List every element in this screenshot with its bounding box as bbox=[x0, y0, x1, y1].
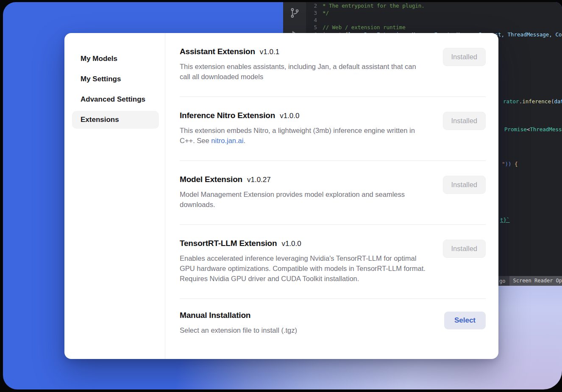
code-empty-line bbox=[317, 17, 323, 24]
extension-version: v1.0.0 bbox=[280, 112, 299, 120]
extension-version: v1.0.1 bbox=[260, 48, 279, 56]
extension-row-model: Model Extension v1.0.27 Model Management… bbox=[180, 161, 486, 225]
nitro-jan-ai-link[interactable]: nitro.jan.ai bbox=[211, 137, 243, 144]
sidebar-item-my-models[interactable]: My Models bbox=[72, 50, 159, 68]
extension-row-tensorrt: TensortRT-LLM Extension v1.0.0 Enables a… bbox=[180, 225, 486, 299]
extension-name: TensortRT-LLM Extension bbox=[180, 239, 277, 248]
extension-description: Enables accelerated inference leveraging… bbox=[180, 253, 426, 284]
settings-modal: My Models My Settings Advanced Settings … bbox=[64, 33, 498, 359]
extension-description: This extension enables assistants, inclu… bbox=[180, 61, 426, 82]
code-line: 4 bbox=[306, 17, 562, 24]
extensions-list: Assistant Extension v1.0.1 This extensio… bbox=[165, 33, 498, 359]
code-fragment: ")) { bbox=[502, 161, 518, 167]
status-bar-text: go bbox=[499, 278, 505, 284]
extension-version: v1.0.0 bbox=[281, 240, 301, 248]
line-number: 3 bbox=[306, 9, 317, 17]
manual-installation-description: Select an extension file to install (.tg… bbox=[180, 325, 297, 335]
manual-installation-row: Manual Installation Select an extension … bbox=[180, 299, 486, 350]
settings-sidebar: My Models My Settings Advanced Settings … bbox=[64, 33, 165, 359]
code-line: 2 * The entrypoint for the plugin. bbox=[306, 2, 562, 9]
extension-description: Model Management Extension provides mode… bbox=[180, 189, 426, 210]
extension-description: This extension embeds Nitro, a lightweig… bbox=[180, 125, 426, 146]
installed-button[interactable]: Installed bbox=[443, 240, 486, 258]
sidebar-item-extensions[interactable]: Extensions bbox=[72, 111, 159, 129]
screen-reader-badge[interactable]: Screen Reader Optimize bbox=[509, 276, 562, 286]
sidebar-item-advanced-settings[interactable]: Advanced Settings bbox=[72, 91, 159, 108]
code-comment: // Web / extension runtime bbox=[317, 24, 406, 31]
code-comment: */ bbox=[317, 9, 329, 17]
select-file-button[interactable]: Select bbox=[444, 312, 486, 329]
line-number: 5 bbox=[306, 24, 317, 31]
code-line: 5 // Web / extension runtime bbox=[306, 24, 562, 31]
page-background: 2 * The entrypoint for the plugin. 3 */ … bbox=[3, 2, 562, 389]
extension-name: Inference Nitro Extension bbox=[180, 111, 275, 120]
extension-name: Model Extension bbox=[180, 175, 242, 184]
code-fragment: rator.inference(data)); bbox=[503, 98, 562, 105]
extension-row-nitro: Inference Nitro Extension v1.0.0 This ex… bbox=[180, 97, 486, 161]
code-fragment: t}` bbox=[500, 217, 510, 223]
installed-button[interactable]: Installed bbox=[443, 48, 486, 66]
extension-name: Assistant Extension bbox=[180, 47, 255, 56]
code-comment: * The entrypoint for the plugin. bbox=[317, 2, 425, 9]
sidebar-item-my-settings[interactable]: My Settings bbox=[72, 70, 159, 88]
extension-row-assistant: Assistant Extension v1.0.1 This extensio… bbox=[180, 33, 486, 97]
line-number: 4 bbox=[306, 17, 317, 24]
source-control-icon[interactable] bbox=[289, 7, 300, 19]
manual-installation-title: Manual Installation bbox=[180, 311, 250, 320]
extension-version: v1.0.27 bbox=[247, 176, 271, 184]
line-number: 2 bbox=[306, 2, 317, 9]
installed-button[interactable]: Installed bbox=[443, 176, 486, 194]
code-line: 3 */ bbox=[306, 9, 562, 17]
installed-button[interactable]: Installed bbox=[443, 112, 486, 130]
code-fragment: Promise<ThreadMessage> bbox=[504, 126, 562, 133]
